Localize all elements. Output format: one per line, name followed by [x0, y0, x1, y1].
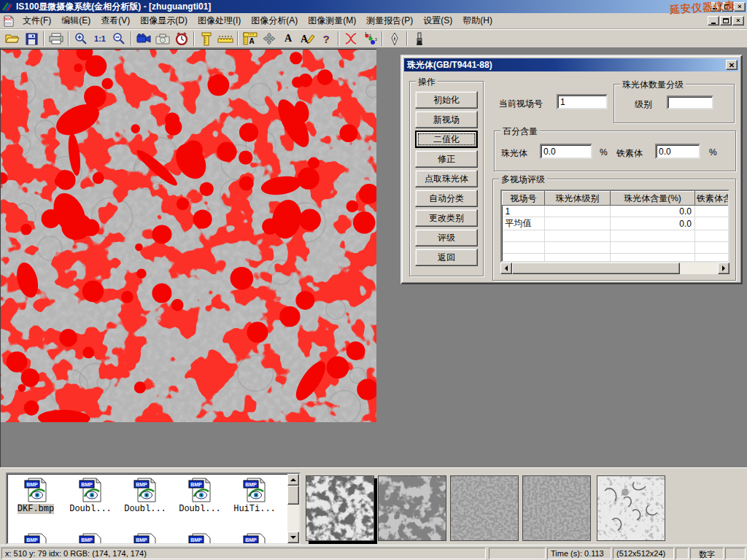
file-name[interactable]: Doubl...	[69, 504, 112, 514]
text-edit-button[interactable]: A	[298, 30, 317, 47]
file-item[interactable]: BMP	[228, 532, 282, 545]
menu-measure-report[interactable]: 测量报告(P)	[361, 13, 418, 28]
col-pearlite-grade[interactable]: 珠光体级别	[545, 192, 611, 206]
toolbar-separator	[68, 31, 69, 46]
image-size-status: (512x512x24)	[613, 548, 674, 559]
file-item[interactable]: BMP Doubl...	[63, 477, 117, 514]
cell-grade	[545, 206, 611, 217]
col-ferrite-content[interactable]: 铁素体含量(%)	[695, 192, 730, 206]
open-file-button[interactable]	[3, 30, 22, 47]
multi-field-table[interactable]: 视场号 珠光体级别 珠光体含量(%) 铁素体含量(%) 1 0.0 平均值	[500, 190, 729, 262]
vertical-caliper-icon	[201, 31, 212, 46]
file-name[interactable]: Doubl...	[179, 504, 221, 514]
child-minimize-button[interactable]	[708, 16, 719, 26]
col-pearlite-content[interactable]: 珠光体含量(%)	[611, 192, 695, 206]
text-tool-button[interactable]: A	[279, 30, 298, 47]
rate-button[interactable]: 评级	[415, 229, 478, 246]
table-row[interactable]: 平均值 0.0	[503, 217, 730, 230]
menu-image-display[interactable]: 图像显示(D)	[135, 13, 193, 28]
camera-capture-button[interactable]	[153, 30, 172, 47]
file-item[interactable]: BMP DKF.bmp	[9, 477, 63, 514]
analysis-image-canvas[interactable]	[1, 49, 376, 421]
menu-settings[interactable]: 设置(S)	[418, 13, 457, 28]
correct-button[interactable]: 修正	[415, 150, 478, 168]
scrollbar-thumb[interactable]	[287, 486, 299, 505]
toolbar-separator	[382, 31, 383, 46]
menu-file[interactable]: 文件(F)	[18, 13, 56, 28]
return-button[interactable]: 返回	[415, 249, 478, 266]
document-system-menu-icon[interactable]: DOC	[3, 15, 15, 27]
window-restore-button[interactable]	[721, 2, 733, 12]
table-row[interactable]: 1 0.0	[503, 206, 730, 217]
col-field-number[interactable]: 视场号	[503, 192, 545, 206]
thumbnail-5[interactable]	[597, 475, 665, 541]
pearlite-percent-input[interactable]	[540, 144, 592, 159]
file-item[interactable]: BMP HuiTi...	[228, 477, 282, 514]
brush-tool-button[interactable]	[410, 30, 429, 47]
svg-text:BMP: BMP	[81, 537, 93, 542]
ferrite-percent-input[interactable]	[655, 144, 700, 159]
new-field-button[interactable]: 新视场	[415, 111, 478, 128]
menu-image-processing[interactable]: 图像处理(I)	[193, 13, 246, 28]
change-class-button[interactable]: 更改类别	[415, 209, 478, 227]
ruler-measure-button[interactable]	[216, 30, 235, 47]
percent-group-label: 百分含量	[500, 125, 540, 138]
thumbnail-3[interactable]	[450, 475, 519, 541]
caliper-measure-button[interactable]	[197, 30, 216, 47]
auto-classify-button[interactable]: 自动分类	[415, 190, 478, 207]
dialog-title-bar[interactable]: 珠光体(GB/T9441-88) ✕	[404, 58, 739, 71]
video-capture-button[interactable]	[134, 30, 153, 47]
init-button[interactable]: 初始化	[415, 91, 478, 109]
point-counter-button[interactable]: 1 2 3	[360, 30, 379, 47]
minimize-icon	[711, 23, 716, 24]
menu-help[interactable]: 帮助(H)	[457, 13, 498, 28]
menu-view[interactable]: 查看(V)	[96, 13, 135, 28]
window-minimize-button[interactable]	[709, 2, 721, 12]
file-item[interactable]: BMP Doubl...	[118, 477, 172, 514]
dialog-close-button[interactable]: ✕	[726, 60, 738, 70]
zoom-out-button[interactable]	[109, 30, 128, 47]
file-item[interactable]: BMP	[118, 532, 172, 545]
menu-edit[interactable]: 编辑(E)	[56, 13, 96, 28]
thumbnail-4[interactable]	[522, 475, 591, 541]
bmp-file-icon: BMP	[132, 477, 158, 503]
help-button[interactable]: ?	[317, 30, 336, 47]
print-button[interactable]	[47, 30, 66, 47]
zoom-in-button[interactable]	[71, 30, 90, 47]
current-field-input[interactable]	[557, 94, 608, 109]
file-item[interactable]: BMP	[9, 532, 63, 545]
file-item[interactable]: BMP	[63, 532, 117, 545]
menu-image-measure[interactable]: 图像测量(M)	[303, 13, 361, 28]
file-item[interactable]: BMP Doubl...	[173, 477, 227, 514]
binarize-button[interactable]: 二值化	[415, 131, 478, 148]
pen-tool-button[interactable]	[385, 30, 404, 47]
file-item[interactable]: BMP	[173, 532, 227, 545]
timer-button[interactable]	[172, 30, 191, 47]
actual-size-button[interactable]: 1:1	[90, 30, 109, 47]
move-tool-button[interactable]	[260, 30, 279, 47]
ruler-text-icon: A	[243, 32, 258, 45]
file-name[interactable]: DKF.bmp	[18, 504, 54, 514]
child-close-button[interactable]: ×	[732, 16, 744, 26]
scrollbar-thumb[interactable]	[512, 262, 680, 274]
scroll-left-button[interactable]	[500, 262, 512, 274]
scroll-right-button[interactable]	[718, 262, 729, 274]
menu-image-analysis[interactable]: 图像分析(A)	[246, 13, 303, 28]
multi-field-group: 多视场评级 视场号 珠光体级别 珠光体含量(%) 铁素体含量(%) 1 0.0	[492, 179, 736, 281]
scroll-up-button[interactable]	[287, 474, 299, 486]
thumbnail-1[interactable]	[306, 475, 374, 541]
pick-pearlite-button[interactable]: 点取珠光体	[415, 170, 478, 187]
file-list-vertical-scrollbar[interactable]	[287, 474, 299, 543]
save-button[interactable]	[22, 30, 41, 47]
table-horizontal-scrollbar[interactable]	[500, 262, 729, 274]
measure-label-button[interactable]: A	[241, 30, 260, 47]
scroll-down-button[interactable]	[287, 532, 299, 543]
file-name[interactable]: HuiTi...	[233, 504, 276, 514]
window-close-button[interactable]: ×	[734, 2, 746, 12]
file-name[interactable]: Doubl...	[124, 504, 166, 514]
thumbnail-2[interactable]	[378, 475, 446, 541]
grade-level-input[interactable]	[667, 96, 713, 109]
curve-tool-button[interactable]	[341, 30, 360, 47]
svg-text:BMP: BMP	[245, 482, 257, 487]
child-restore-button[interactable]	[720, 16, 732, 26]
